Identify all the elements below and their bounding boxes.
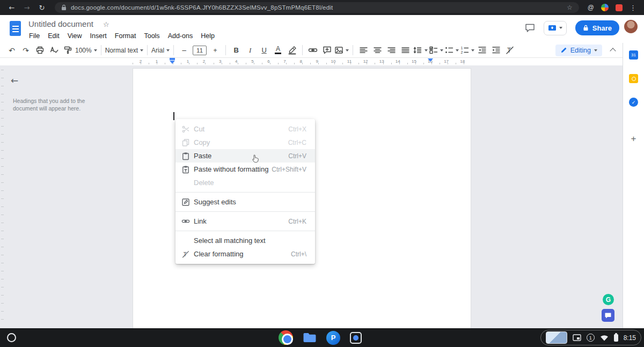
address-bar[interactable]: docs.google.com/document/d/1w5nk-6SSP6A.…: [55, 2, 579, 13]
comments-icon[interactable]: [525, 23, 535, 33]
chat-extension-button[interactable]: [602, 309, 614, 322]
docs-logo[interactable]: [10, 21, 21, 36]
p-app-icon[interactable]: P: [326, 331, 340, 345]
empty-icon-slot: [181, 178, 190, 187]
chevron-down-icon: [559, 27, 562, 29]
menu-insert[interactable]: Insert: [87, 31, 110, 41]
docs-header: Untitled document ☆ File Edit View Inser…: [0, 15, 644, 43]
launcher-button[interactable]: [7, 333, 16, 342]
font-dropdown[interactable]: Arial: [151, 44, 170, 57]
status-tray[interactable]: 1 8:15: [540, 330, 641, 345]
font-size-decrease-button[interactable]: −: [178, 44, 191, 57]
align-justify-button[interactable]: [399, 44, 412, 57]
chevron-down-icon: [425, 49, 428, 51]
decrease-indent-button[interactable]: [475, 44, 488, 57]
increase-indent-button[interactable]: [489, 44, 502, 57]
chevron-down-icon: [440, 49, 443, 51]
divider: [302, 45, 303, 55]
menu-view[interactable]: View: [64, 31, 85, 41]
menu-tools[interactable]: Tools: [141, 31, 163, 41]
chevron-down-icon: [166, 49, 170, 51]
checklist-button[interactable]: [429, 44, 443, 57]
collapse-toolbar-chevron[interactable]: [610, 48, 616, 54]
align-center-button[interactable]: [371, 44, 384, 57]
bulleted-list-button[interactable]: [444, 44, 459, 57]
insert-link-button[interactable]: [306, 44, 319, 57]
horizontal-ruler: 21123456789101112131415161718: [0, 58, 623, 65]
editing-mode-dropdown[interactable]: Editing: [555, 45, 602, 56]
styles-dropdown[interactable]: Normal text: [105, 44, 143, 57]
chevron-down-icon: [471, 49, 474, 51]
menu-file[interactable]: File: [26, 31, 43, 41]
italic-button[interactable]: I: [244, 44, 257, 57]
undo-button[interactable]: ↶: [5, 44, 18, 57]
present-to-meeting-button[interactable]: [544, 21, 567, 35]
browser-menu-icon[interactable]: ⋮: [630, 4, 636, 12]
add-addon-button[interactable]: +: [629, 134, 638, 143]
context-menu-item-clear-formatting[interactable]: T Clear formatting Ctrl+\: [175, 247, 315, 261]
align-right-button[interactable]: [385, 44, 398, 57]
menu-help[interactable]: Help: [197, 31, 218, 41]
insert-image-button[interactable]: [334, 44, 349, 57]
picture-in-picture-icon: [573, 334, 581, 341]
extensions-area: @ ⋮: [586, 4, 639, 12]
reload-button[interactable]: ↻: [35, 4, 48, 12]
numbered-list-button[interactable]: 12: [460, 44, 474, 57]
bookmark-star-icon[interactable]: ☆: [567, 4, 573, 11]
line-spacing-button[interactable]: [413, 44, 428, 57]
first-line-indent-marker[interactable]: [170, 58, 175, 60]
red-extension-icon[interactable]: [616, 4, 623, 11]
account-avatar[interactable]: [624, 20, 638, 33]
context-menu-item-select-all-matching[interactable]: Select all matching text: [175, 234, 315, 247]
grammarly-badge[interactable]: G: [603, 294, 614, 305]
bold-button[interactable]: B: [230, 44, 243, 57]
star-document-icon[interactable]: ☆: [103, 20, 109, 28]
suggest-edits-icon: [181, 197, 190, 206]
redo-button[interactable]: ↷: [19, 44, 32, 57]
lock-icon: [61, 4, 67, 11]
back-button[interactable]: ←: [5, 4, 18, 12]
context-menu-item-paste[interactable]: Paste Ctrl+V: [175, 149, 315, 163]
calendar-icon[interactable]: 31: [629, 50, 638, 60]
context-menu-item-suggest-edits[interactable]: Suggest edits: [175, 195, 315, 209]
close-outline-arrow-icon[interactable]: ←: [11, 75, 18, 86]
multicolor-extension-icon[interactable]: [601, 4, 609, 11]
highlight-color-button[interactable]: [286, 44, 298, 57]
vertical-ruler: [0, 65, 5, 328]
print-button[interactable]: [33, 44, 46, 57]
left-indent-marker[interactable]: [170, 61, 175, 64]
clear-formatting-icon: T: [181, 249, 190, 259]
font-size-increase-button[interactable]: +: [209, 44, 222, 57]
url-text: docs.google.com/document/d/1w5nk-6SSP6A.…: [71, 4, 562, 11]
font-size-input[interactable]: 11: [193, 46, 207, 55]
screen-capture-app-icon[interactable]: [350, 332, 362, 344]
divider: [147, 45, 148, 55]
outline-hint-text: Headings that you add to the document wi…: [13, 98, 89, 112]
screenshot-thumbnail[interactable]: [546, 331, 567, 344]
menu-format[interactable]: Format: [112, 31, 140, 41]
right-indent-marker[interactable]: [428, 58, 433, 62]
text-color-button[interactable]: A: [272, 44, 284, 57]
context-menu-item-copy: Copy Ctrl+C: [175, 136, 315, 149]
context-menu-item-paste-without-formatting[interactable]: Paste without formatting Ctrl+Shift+V: [175, 163, 315, 176]
align-left-button[interactable]: [357, 44, 370, 57]
pencil-icon: [560, 47, 567, 54]
files-app-icon[interactable]: [303, 332, 317, 343]
tasks-icon[interactable]: ✓: [629, 98, 638, 107]
at-extension-icon[interactable]: @: [588, 4, 594, 11]
underline-button[interactable]: U: [258, 44, 270, 57]
context-menu-item-link[interactable]: Link Ctrl+K: [175, 215, 315, 228]
document-title[interactable]: Untitled document: [28, 19, 93, 28]
forward-button[interactable]: →: [20, 4, 33, 12]
spellcheck-button[interactable]: [47, 44, 60, 57]
add-comment-button[interactable]: [320, 44, 333, 57]
divider: [353, 45, 353, 55]
chrome-app-icon[interactable]: [279, 330, 293, 345]
share-button[interactable]: Share: [575, 20, 619, 35]
menu-edit[interactable]: Edit: [45, 31, 63, 41]
zoom-dropdown[interactable]: 100%: [75, 44, 97, 57]
menu-addons[interactable]: Add-ons: [165, 31, 196, 41]
keep-icon[interactable]: [629, 74, 638, 83]
clear-formatting-button[interactable]: T: [503, 44, 516, 57]
paint-format-button[interactable]: [61, 44, 74, 57]
